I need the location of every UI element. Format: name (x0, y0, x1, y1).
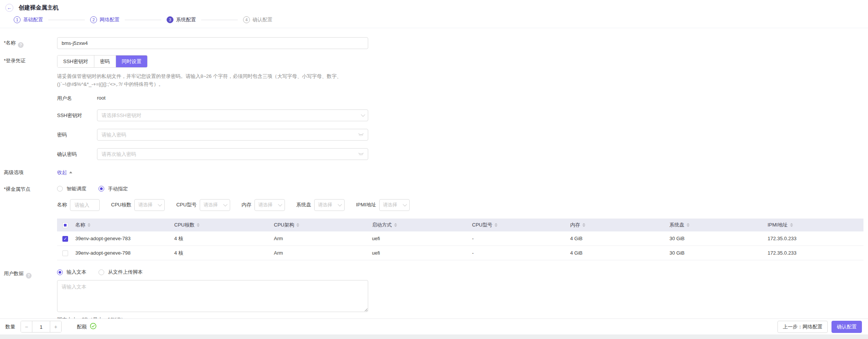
table-row[interactable]: 39env-adopt-geneve-798 4 核 Arm uefi - 4 … (57, 246, 863, 260)
row-checkbox[interactable]: ✓ (62, 236, 68, 242)
ssh-keypair-select[interactable] (97, 109, 368, 121)
column-header-system-disk[interactable]: 系统盘 (669, 222, 690, 228)
step-connector (48, 20, 85, 20)
column-header-cpu-cores[interactable]: CPU核数 (174, 222, 200, 228)
cell-name: 39env-adopt-geneve-783 (72, 231, 171, 246)
radio-smart-scheduling[interactable] (57, 186, 63, 192)
eye-closed-icon[interactable] (358, 132, 364, 137)
column-header-cpu-model[interactable]: CPU型号 (472, 222, 498, 228)
select-placeholder: 请选择 (203, 202, 218, 208)
credentials-row: *登录凭证 SSH密钥对 密码 同时设置 请妥善保管密钥对的私钥文件，并牢记您设… (0, 55, 868, 89)
quantity-stepper: − + (21, 321, 62, 333)
filter-system-disk-select[interactable]: 请选择 (314, 199, 345, 211)
ssh-keypair-label: SSH密钥对 (57, 109, 97, 121)
question-circle-icon[interactable]: ? (18, 42, 24, 48)
radio-input-text[interactable] (57, 269, 63, 275)
column-header-name[interactable]: 名称 (75, 222, 91, 228)
eye-closed-icon[interactable] (358, 152, 364, 156)
step-network-config[interactable]: 2 网络配置 (90, 16, 119, 23)
filter-memory-select[interactable]: 请选择 (254, 199, 285, 211)
create-bms-page: ← 创建裸金属主机 1 基础配置 2 网络配置 3 系统配置 4 确认配置 (0, 0, 868, 339)
bottom-strip (0, 334, 868, 339)
sort-icon[interactable] (197, 223, 200, 227)
radio-upload-script[interactable] (99, 269, 104, 275)
table-row[interactable]: ✓ 39env-adopt-geneve-783 4 核 Arm uefi - … (57, 231, 863, 246)
password-row: 密码 (0, 129, 868, 141)
user-data-row: 用户数据? 输入文本 从文件上传脚本 脚本大小：0B（最大：16KiB） (0, 268, 868, 318)
confirm-password-input[interactable] (97, 148, 368, 160)
select-all-checkbox[interactable] (62, 222, 68, 228)
segment-both[interactable]: 同时设置 (116, 55, 147, 67)
sort-icon[interactable] (582, 223, 585, 227)
filter-ipmi-select[interactable]: 请选择 (379, 199, 410, 211)
minus-button[interactable]: − (21, 321, 32, 332)
filter-name-input[interactable] (70, 199, 100, 211)
footer-bar: 数量 − + 配额 上一步：网络配置 确认配置 (0, 318, 868, 334)
step-number: 3 (167, 16, 173, 23)
confirm-config-button[interactable]: 确认配置 (831, 321, 862, 333)
password-input[interactable] (97, 129, 368, 141)
cell-system-disk: 30 GiB (666, 231, 765, 246)
sort-icon[interactable] (296, 223, 299, 227)
advanced-options-row: 高级选项 收起 (0, 167, 868, 176)
radio-smart-scheduling-label[interactable]: 智能调度 (67, 185, 86, 192)
column-header-cpu-arch[interactable]: CPU架构 (274, 222, 299, 228)
plus-button[interactable]: + (50, 321, 61, 332)
cell-ipmi: 172.35.0.233 (765, 246, 863, 260)
confirm-password-row: 确认密码 (0, 148, 868, 160)
cell-name: 39env-adopt-geneve-798 (72, 246, 171, 260)
sort-icon[interactable] (687, 223, 690, 227)
sort-icon[interactable] (394, 223, 397, 227)
radio-manual-assign[interactable] (99, 186, 104, 192)
sort-icon[interactable] (494, 223, 498, 227)
step-confirm-config[interactable]: 4 确认配置 (243, 16, 272, 23)
step-basic-config[interactable]: 1 基础配置 (14, 16, 43, 23)
name-label: *名称 (4, 40, 16, 46)
radio-upload-script-label[interactable]: 从文件上传脚本 (108, 269, 143, 276)
form-main: *名称? *登录凭证 SSH密钥对 密码 同时设置 请妥善保管密钥对的私钥文件，… (0, 28, 868, 318)
step-label: 系统配置 (176, 16, 196, 23)
collapse-link[interactable]: 收起 (57, 167, 72, 176)
cell-memory: 4 GiB (567, 246, 666, 260)
cell-cpu-arch: Arm (271, 246, 369, 260)
cell-cpu-cores: 4 核 (171, 231, 271, 246)
prev-step-button[interactable]: 上一步：网络配置 (777, 321, 828, 333)
quota-label: 配额 (77, 323, 87, 330)
user-data-textarea[interactable] (57, 280, 368, 312)
column-header-ipmi[interactable]: IPMI地址 (768, 222, 793, 228)
credentials-label: *登录凭证 (4, 57, 25, 64)
step-label: 网络配置 (100, 16, 119, 23)
column-header-boot-mode[interactable]: 启动方式 (372, 222, 397, 228)
check-circle-icon (90, 323, 97, 331)
username-row: 用户名 root (0, 92, 868, 102)
name-input[interactable] (57, 37, 368, 49)
credentials-hint-text: 请妥善保管密钥对的私钥文件，并牢记您设置的登录密码。请输入8~26 个字符，必须… (57, 72, 370, 89)
collapse-label: 收起 (57, 169, 67, 176)
username-label: 用户名 (57, 92, 97, 102)
node-table: 名称 CPU核数 CPU架构 启动方式 CPU型号 内存 系统盘 IPMI地址 (57, 219, 863, 261)
steps-wizard: 1 基础配置 2 网络配置 3 系统配置 4 确认配置 (14, 16, 862, 23)
segment-ssh-keypair[interactable]: SSH密钥对 (57, 55, 94, 67)
chevron-down-icon (338, 202, 342, 206)
radio-manual-assign-label[interactable]: 手动指定 (108, 185, 128, 192)
ssh-keypair-input[interactable] (97, 109, 368, 121)
quantity-label: 数量 (5, 323, 15, 330)
question-circle-icon[interactable]: ? (26, 273, 32, 279)
segment-password[interactable]: 密码 (94, 55, 116, 67)
credential-type-segmented: SSH密钥对 密码 同时设置 (57, 55, 148, 68)
back-button[interactable]: ← (5, 4, 13, 12)
filter-name-label: 名称 (57, 201, 67, 208)
advanced-options-label: 高级选项 (4, 169, 24, 176)
filter-cpu-model-select[interactable]: 请选择 (200, 199, 230, 211)
username-value: root (97, 92, 105, 102)
step-system-config[interactable]: 3 系统配置 (167, 16, 196, 23)
sort-icon[interactable] (790, 223, 793, 227)
row-checkbox[interactable] (62, 250, 68, 256)
select-placeholder: 请选择 (138, 202, 153, 208)
column-header-memory[interactable]: 内存 (570, 222, 585, 228)
quantity-input[interactable] (32, 321, 50, 333)
step-connector (201, 20, 238, 20)
filter-cpu-cores-select[interactable]: 请选择 (134, 199, 165, 211)
sort-icon[interactable] (87, 223, 91, 227)
radio-input-text-label[interactable]: 输入文本 (67, 269, 86, 276)
